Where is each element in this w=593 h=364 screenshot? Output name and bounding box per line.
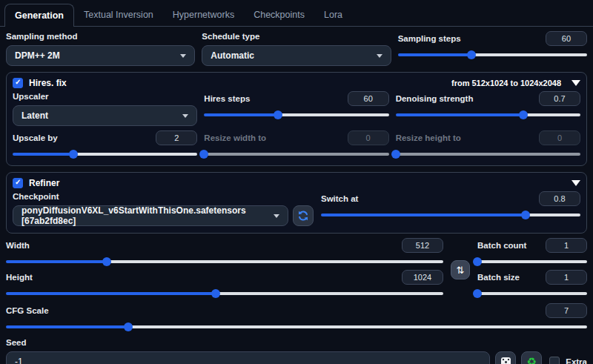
- tab-generation[interactable]: Generation: [4, 4, 74, 27]
- height-value[interactable]: 1024: [402, 270, 443, 285]
- reuse-seed-button[interactable]: ♻: [521, 351, 542, 364]
- width-slider[interactable]: [6, 257, 443, 266]
- tab-hypernetworks[interactable]: Hypernetworks: [163, 4, 244, 26]
- hires-steps-label: Hires steps: [204, 93, 250, 105]
- refiner-checkpoint-field: Checkpoint ponyDiffusionV6XL_v6StartWith…: [13, 191, 314, 226]
- batch-size-slider[interactable]: [477, 289, 587, 298]
- cfg-scale-value[interactable]: 7: [546, 303, 587, 318]
- extra-seed-label: Extra: [566, 357, 587, 364]
- recycle-icon: ♻: [526, 357, 536, 364]
- refiner-checkpoint-value: ponyDiffusionV6XL_v6StartWithThisOne.saf…: [21, 205, 274, 226]
- swap-dimensions-button[interactable]: ⇅: [451, 260, 470, 279]
- hires-fix-title: Hires. fix: [29, 78, 67, 88]
- chevron-down-icon: [180, 54, 186, 58]
- refiner-checkbox[interactable]: [13, 178, 23, 188]
- slider-handle[interactable]: [473, 257, 482, 266]
- batch-size-value[interactable]: 1: [546, 270, 587, 285]
- seed-field: Seed ♻ Extra: [6, 337, 587, 364]
- denoising-strength-label: Denoising strength: [396, 93, 474, 105]
- refiner-title: Refiner: [29, 178, 59, 188]
- txt2img-generation-panel: Generation Textual Inversion Hypernetwor…: [0, 0, 593, 364]
- upscale-by-slider[interactable]: [13, 150, 197, 159]
- hires-fix-section: Hires. fix from 512x1024 to 1024x2048 Up…: [6, 72, 587, 166]
- sampling-steps-slider[interactable]: [398, 50, 587, 59]
- schedule-type-dropdown[interactable]: Automatic: [202, 45, 391, 66]
- height-slider[interactable]: [6, 289, 443, 298]
- hires-resolution-note: from 512x1024 to 1024x2048: [451, 79, 561, 87]
- cfg-scale-slider[interactable]: [6, 322, 587, 331]
- upscaler-value: Latent: [21, 110, 48, 121]
- slider-handle[interactable]: [274, 110, 282, 119]
- chevron-down-icon: [182, 114, 188, 118]
- switch-at-label: Switch at: [321, 193, 358, 205]
- batch-size-field: Batch size 1: [477, 270, 587, 298]
- collapse-arrow-icon[interactable]: [572, 180, 580, 186]
- hires-fix-checkbox[interactable]: [13, 78, 23, 88]
- sampler-row: Sampling method DPM++ 2M Schedule type A…: [6, 31, 587, 66]
- cfg-scale-label: CFG Scale: [6, 305, 49, 317]
- slider-handle[interactable]: [519, 110, 528, 119]
- upscale-by-field: Upscale by 2: [13, 130, 197, 159]
- width-field: Width 512: [6, 238, 443, 266]
- sampling-method-dropdown[interactable]: DPM++ 2M: [6, 45, 195, 66]
- hires-steps-value[interactable]: 60: [348, 91, 389, 106]
- refiner-section: Refiner Checkpoint ponyDiffusionV6XL_v6S…: [6, 172, 587, 234]
- slider-handle[interactable]: [467, 50, 476, 59]
- generation-tab-content: Sampling method DPM++ 2M Schedule type A…: [0, 27, 593, 364]
- tab-checkpoints[interactable]: Checkpoints: [244, 4, 314, 26]
- denoising-strength-slider[interactable]: [396, 110, 580, 119]
- slider-handle[interactable]: [391, 150, 400, 159]
- sampling-steps-value[interactable]: 60: [546, 31, 587, 46]
- resize-height-value[interactable]: 0: [539, 130, 580, 145]
- swap-arrows-icon: ⇅: [457, 265, 465, 276]
- width-value[interactable]: 512: [402, 238, 443, 253]
- slider-handle[interactable]: [69, 150, 78, 159]
- slider-handle[interactable]: [102, 257, 111, 266]
- seed-input[interactable]: [6, 351, 490, 364]
- resize-height-slider[interactable]: [396, 150, 580, 159]
- dice-icon: [501, 357, 511, 364]
- collapse-arrow-icon[interactable]: [572, 80, 580, 86]
- dimensions-section: Width 512 Height 1024: [6, 238, 587, 302]
- batch-column: Batch count 1 Batch size 1: [477, 238, 587, 302]
- slider-handle[interactable]: [473, 289, 482, 298]
- sampling-steps-label: Sampling steps: [398, 33, 461, 44]
- upscaler-dropdown[interactable]: Latent: [13, 105, 197, 126]
- height-field: Height 1024: [6, 270, 443, 298]
- extra-seed-checkbox[interactable]: [549, 357, 560, 364]
- upscaler-label: Upscaler: [13, 91, 197, 102]
- refiner-checkpoint-label: Checkpoint: [13, 191, 314, 202]
- slider-handle[interactable]: [124, 322, 133, 331]
- chevron-down-icon: [274, 214, 279, 218]
- resize-width-value[interactable]: 0: [348, 130, 389, 145]
- refiner-checkpoint-dropdown[interactable]: ponyDiffusionV6XL_v6StartWithThisOne.saf…: [13, 205, 288, 226]
- hires-steps-slider[interactable]: [204, 110, 388, 119]
- resize-width-slider[interactable]: [204, 150, 388, 159]
- slider-handle[interactable]: [521, 211, 530, 219]
- upscale-by-label: Upscale by: [13, 133, 58, 144]
- sampling-method-label: Sampling method: [6, 31, 195, 42]
- switch-at-slider[interactable]: [321, 211, 580, 219]
- switch-at-value[interactable]: 0.8: [539, 191, 580, 206]
- upscale-by-value[interactable]: 2: [156, 130, 197, 145]
- resize-width-field: Resize width to 0: [204, 130, 388, 159]
- batch-count-slider[interactable]: [477, 257, 587, 266]
- seed-label: Seed: [6, 337, 587, 348]
- tab-lora[interactable]: Lora: [314, 4, 352, 26]
- swap-column: ⇅: [451, 238, 470, 302]
- width-label: Width: [6, 240, 30, 251]
- denoising-strength-value[interactable]: 0.7: [539, 91, 580, 106]
- slider-handle[interactable]: [211, 289, 220, 298]
- random-seed-button[interactable]: [495, 351, 516, 364]
- refiner-switch-at-field: Switch at 0.8: [321, 191, 580, 226]
- resize-height-field: Resize height to 0: [396, 130, 580, 159]
- schedule-type-value: Automatic: [211, 50, 254, 61]
- hires-steps-field: Hires steps 60: [204, 91, 388, 126]
- slider-handle[interactable]: [199, 150, 208, 159]
- batch-count-field: Batch count 1: [477, 238, 587, 266]
- schedule-type-field: Schedule type Automatic: [202, 31, 391, 66]
- batch-count-value[interactable]: 1: [546, 238, 587, 253]
- tab-textual-inversion[interactable]: Textual Inversion: [74, 4, 163, 26]
- sampling-steps-field: Sampling steps 60: [398, 31, 587, 66]
- reload-checkpoints-button[interactable]: [293, 205, 314, 226]
